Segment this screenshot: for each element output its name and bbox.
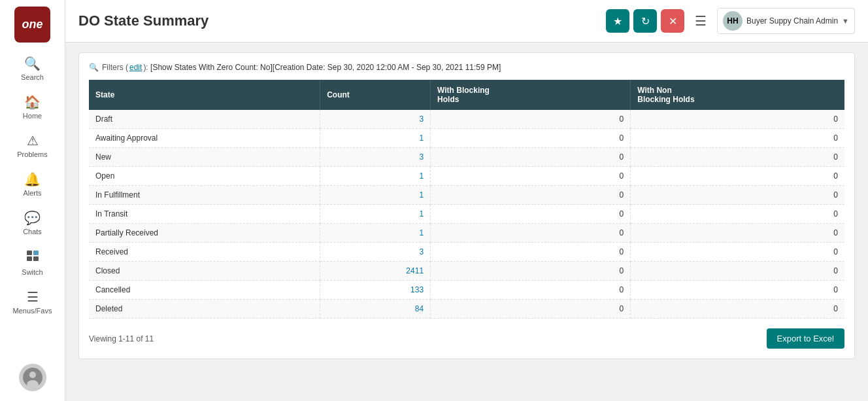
- table-body: Draft300Awaiting Approval100New300Open10…: [89, 110, 844, 319]
- sidebar-label-problems: Problems: [17, 150, 47, 158]
- table-header-row: State Count With BlockingHolds With NonB…: [89, 80, 844, 110]
- cell-count[interactable]: 1: [320, 224, 431, 243]
- sidebar-item-home[interactable]: 🏠 Home: [0, 88, 65, 126]
- sidebar-label-menus: Menus/Favs: [13, 307, 52, 315]
- table-row: In Transit100: [89, 205, 844, 224]
- cell-non-blocking: 0: [631, 262, 844, 281]
- main-content: DO State Summary ★ ↻ ✕ ☰ HH Buyer Suppy …: [65, 0, 868, 401]
- search-icon: 🔍: [24, 56, 41, 71]
- filters-paren-open: (: [124, 63, 128, 72]
- close-icon: ✕: [669, 15, 677, 27]
- cell-state: Cancelled: [89, 281, 320, 300]
- star-icon: ★: [613, 15, 622, 27]
- hamburger-menu-button[interactable]: ☰: [695, 13, 707, 29]
- cell-blocking: 0: [431, 224, 631, 243]
- cell-blocking: 0: [431, 167, 631, 186]
- cell-state: Received: [89, 243, 320, 262]
- cell-state: Draft: [89, 110, 320, 129]
- cell-blocking: 0: [431, 148, 631, 167]
- cell-state: In Transit: [89, 205, 320, 224]
- refresh-button[interactable]: ↻: [633, 9, 657, 33]
- sidebar-avatar[interactable]: [19, 364, 46, 391]
- cell-count[interactable]: 3: [320, 110, 431, 129]
- cell-state: Partially Received: [89, 224, 320, 243]
- user-avatar: HH: [723, 11, 743, 31]
- sidebar: one 🔍 Search 🏠 Home ⚠ Problems 🔔 Alerts …: [0, 0, 65, 401]
- cell-non-blocking: 0: [631, 148, 844, 167]
- card-footer: Viewing 1-11 of 11 Export to Excel: [89, 328, 844, 349]
- filters-paren-close: ):: [143, 63, 150, 72]
- cell-blocking: 0: [431, 110, 631, 129]
- user-name: Buyer Suppy Chain Admin: [746, 16, 838, 26]
- summary-card: 🔍 Filters ( edit ): [Show States With Ze…: [78, 52, 855, 359]
- topbar-actions: ★ ↻ ✕ ☰ HH Buyer Suppy Chain Admin ▼: [606, 8, 855, 34]
- col-state: State: [89, 80, 320, 110]
- filters-label: Filters: [102, 63, 124, 72]
- cell-count[interactable]: 1: [320, 167, 431, 186]
- table-row: Deleted8400: [89, 300, 844, 319]
- cell-blocking: 0: [431, 186, 631, 205]
- sidebar-item-search[interactable]: 🔍 Search: [0, 49, 65, 88]
- cell-blocking: 0: [431, 205, 631, 224]
- filters-bar: 🔍 Filters ( edit ): [Show States With Ze…: [89, 63, 844, 72]
- col-non-blocking: With NonBlocking Holds: [631, 80, 844, 110]
- sidebar-label-chats: Chats: [23, 228, 42, 235]
- svg-point-5: [29, 372, 36, 378]
- cell-non-blocking: 0: [631, 300, 844, 319]
- cell-non-blocking: 0: [631, 167, 844, 186]
- sidebar-label-switch: Switch: [22, 268, 42, 276]
- chevron-down-icon: ▼: [842, 17, 849, 25]
- export-excel-button[interactable]: Export to Excel: [767, 328, 844, 349]
- cell-blocking: 0: [431, 129, 631, 148]
- cell-non-blocking: 0: [631, 110, 844, 129]
- switch-icon: [25, 249, 40, 266]
- table-row: Draft300: [89, 110, 844, 129]
- svg-rect-3: [33, 256, 39, 261]
- svg-rect-0: [27, 251, 32, 255]
- bell-icon: 🔔: [24, 171, 41, 187]
- filter-icon: 🔍: [89, 63, 99, 72]
- viewing-text: Viewing 1-11 of 11: [89, 334, 154, 343]
- cell-non-blocking: 0: [631, 186, 844, 205]
- cell-blocking: 0: [431, 243, 631, 262]
- sidebar-label-alerts: Alerts: [23, 189, 41, 197]
- filters-edit-link[interactable]: edit: [129, 63, 142, 72]
- page-title: DO State Summary: [78, 12, 606, 29]
- cell-count[interactable]: 3: [320, 243, 431, 262]
- home-icon: 🏠: [24, 94, 41, 110]
- sidebar-item-chats[interactable]: 💬 Chats: [0, 203, 65, 242]
- sidebar-item-alerts[interactable]: 🔔 Alerts: [0, 165, 65, 203]
- cell-state: Open: [89, 167, 320, 186]
- close-button[interactable]: ✕: [661, 9, 684, 33]
- sidebar-item-menus[interactable]: ☰ Menus/Favs: [0, 283, 65, 321]
- cell-blocking: 0: [431, 300, 631, 319]
- cell-non-blocking: 0: [631, 129, 844, 148]
- cell-count[interactable]: 133: [320, 281, 431, 300]
- table-row: Closed241100: [89, 262, 844, 281]
- hamburger-icon: ☰: [695, 14, 707, 28]
- menu-icon: ☰: [27, 289, 39, 305]
- cell-count[interactable]: 3: [320, 148, 431, 167]
- content-area: 🔍 Filters ( edit ): [Show States With Ze…: [65, 43, 868, 401]
- table-row: Open100: [89, 167, 844, 186]
- cell-count[interactable]: 1: [320, 129, 431, 148]
- app-logo[interactable]: one: [14, 7, 50, 43]
- col-count: Count: [320, 80, 431, 110]
- favorite-button[interactable]: ★: [606, 9, 629, 33]
- svg-rect-1: [33, 251, 39, 255]
- filters-text: [Show States With Zero Count: No][Creati…: [150, 63, 501, 72]
- svg-rect-2: [27, 256, 32, 261]
- cell-count[interactable]: 2411: [320, 262, 431, 281]
- sidebar-item-switch[interactable]: Switch: [0, 242, 65, 283]
- cell-non-blocking: 0: [631, 281, 844, 300]
- cell-blocking: 0: [431, 262, 631, 281]
- user-dropdown[interactable]: HH Buyer Suppy Chain Admin ▼: [717, 8, 855, 34]
- sidebar-item-problems[interactable]: ⚠ Problems: [0, 126, 65, 165]
- cell-count[interactable]: 1: [320, 205, 431, 224]
- cell-state: In Fulfillment: [89, 186, 320, 205]
- table-row: Partially Received100: [89, 224, 844, 243]
- user-initials: HH: [727, 16, 738, 26]
- cell-non-blocking: 0: [631, 224, 844, 243]
- cell-count[interactable]: 84: [320, 300, 431, 319]
- cell-count[interactable]: 1: [320, 186, 431, 205]
